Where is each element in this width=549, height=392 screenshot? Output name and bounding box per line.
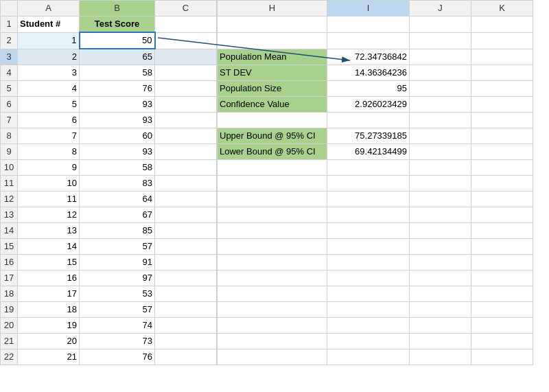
cell-a18[interactable]: 17 (18, 286, 80, 302)
cell-a16[interactable]: 15 (18, 255, 80, 270)
row-header-21: 21 (1, 334, 18, 349)
col-header-j[interactable]: J (410, 1, 471, 16)
cell-a17[interactable]: 16 (18, 270, 80, 286)
cell-k11 (471, 176, 533, 192)
cell-b18[interactable]: 53 (80, 286, 155, 302)
cell-i3-pop-mean-value[interactable]: 72.34736842 (327, 49, 410, 65)
cell-i9-lower-value[interactable]: 69.42134499 (327, 144, 410, 160)
cell-a1[interactable]: Student # (18, 16, 80, 33)
cell-b11[interactable]: 83 (80, 176, 155, 192)
cell-c15 (155, 239, 217, 255)
cell-a15[interactable]: 14 (18, 239, 80, 255)
cell-b22[interactable]: 76 (80, 349, 155, 365)
cell-a21[interactable]: 20 (18, 334, 80, 349)
cell-k22 (471, 349, 533, 365)
cell-a2[interactable]: 1 (18, 32, 80, 49)
row-header-8: 8 (1, 128, 18, 144)
cell-h3-pop-mean-label[interactable]: Population Mean (218, 49, 327, 65)
cell-a10[interactable]: 9 (18, 160, 80, 176)
cell-a12[interactable]: 11 (18, 192, 80, 207)
row-12: 12 11 64 (1, 192, 533, 207)
cell-b14[interactable]: 85 (80, 223, 155, 239)
cell-b12[interactable]: 64 (80, 192, 155, 207)
cell-i4-stdev-value[interactable]: 14.36364236 (327, 65, 410, 81)
row-header-2: 2 (1, 32, 18, 49)
cell-k21 (471, 334, 533, 349)
cell-i6-confval-value[interactable]: 2.926023429 (327, 97, 410, 113)
cell-a5[interactable]: 4 (18, 81, 80, 97)
cell-j11 (410, 176, 471, 192)
col-header-i[interactable]: I (327, 1, 410, 16)
cell-h8-upper-label[interactable]: Upper Bound @ 95% CI (218, 128, 327, 144)
cell-k17 (471, 270, 533, 286)
cell-h21 (218, 334, 327, 349)
cell-a14[interactable]: 13 (18, 223, 80, 239)
cell-c11 (155, 176, 217, 192)
cell-b10[interactable]: 58 (80, 160, 155, 176)
cell-k1 (471, 16, 533, 33)
cell-h16 (218, 255, 327, 270)
col-header-k[interactable]: K (471, 1, 533, 16)
cell-j3 (410, 49, 471, 65)
cell-b21[interactable]: 73 (80, 334, 155, 349)
cell-j14 (410, 223, 471, 239)
cell-k9 (471, 144, 533, 160)
cell-a3[interactable]: 2 (18, 49, 80, 65)
cell-i11 (327, 176, 410, 192)
cell-k6 (471, 97, 533, 113)
cell-h1 (218, 16, 327, 33)
cell-h6-confval-label[interactable]: Confidence Value (218, 97, 327, 113)
cell-c22 (155, 349, 217, 365)
cell-h19 (218, 302, 327, 318)
cell-i18 (327, 286, 410, 302)
cell-a20[interactable]: 19 (18, 318, 80, 334)
cell-i8-upper-value[interactable]: 75.27339185 (327, 128, 410, 144)
cell-b9[interactable]: 93 (80, 144, 155, 160)
col-header-h[interactable]: H (218, 1, 327, 16)
cell-a4[interactable]: 3 (18, 65, 80, 81)
cell-b4[interactable]: 58 (80, 65, 155, 81)
cell-b15[interactable]: 57 (80, 239, 155, 255)
cell-h9-lower-label[interactable]: Lower Bound @ 95% CI (218, 144, 327, 160)
cell-h4-stdev-label[interactable]: ST DEV (218, 65, 327, 81)
cell-a7[interactable]: 6 (18, 113, 80, 128)
cell-b6[interactable]: 93 (80, 97, 155, 113)
cell-b16[interactable]: 91 (80, 255, 155, 270)
cell-a11[interactable]: 10 (18, 176, 80, 192)
cell-b17[interactable]: 97 (80, 270, 155, 286)
cell-a8[interactable]: 7 (18, 128, 80, 144)
cell-b7[interactable]: 93 (80, 113, 155, 128)
cell-b5[interactable]: 76 (80, 81, 155, 97)
cell-b3[interactable]: 65 (80, 49, 155, 65)
cell-i14 (327, 223, 410, 239)
cell-j21 (410, 334, 471, 349)
cell-h5-popsize-label[interactable]: Population Size (218, 81, 327, 97)
cell-a13[interactable]: 12 (18, 207, 80, 223)
col-header-b[interactable]: B (80, 1, 155, 16)
cell-b19[interactable]: 57 (80, 302, 155, 318)
cell-h14 (218, 223, 327, 239)
cell-b1[interactable]: Test Score (80, 16, 155, 33)
row-header-6: 6 (1, 97, 18, 113)
col-header-c[interactable]: C (155, 1, 217, 16)
cell-b13[interactable]: 67 (80, 207, 155, 223)
cell-b2[interactable]: 50 (80, 32, 155, 49)
cell-a19[interactable]: 18 (18, 302, 80, 318)
cell-i5-popsize-value[interactable]: 95 (327, 81, 410, 97)
col-header-a[interactable]: A (18, 1, 80, 16)
row-header-7: 7 (1, 113, 18, 128)
cell-i19 (327, 302, 410, 318)
cell-i7 (327, 113, 410, 128)
cell-a22[interactable]: 21 (18, 349, 80, 365)
cell-b20[interactable]: 74 (80, 318, 155, 334)
column-header-row[interactable]: A B C H I J K (1, 1, 533, 16)
cell-j19 (410, 302, 471, 318)
row-header-22: 22 (1, 349, 18, 365)
cell-a6[interactable]: 5 (18, 97, 80, 113)
cell-b8[interactable]: 60 (80, 128, 155, 144)
cell-j20 (410, 318, 471, 334)
cell-j10 (410, 160, 471, 176)
cell-a9[interactable]: 8 (18, 144, 80, 160)
cell-c18 (155, 286, 217, 302)
cell-j1 (410, 16, 471, 33)
